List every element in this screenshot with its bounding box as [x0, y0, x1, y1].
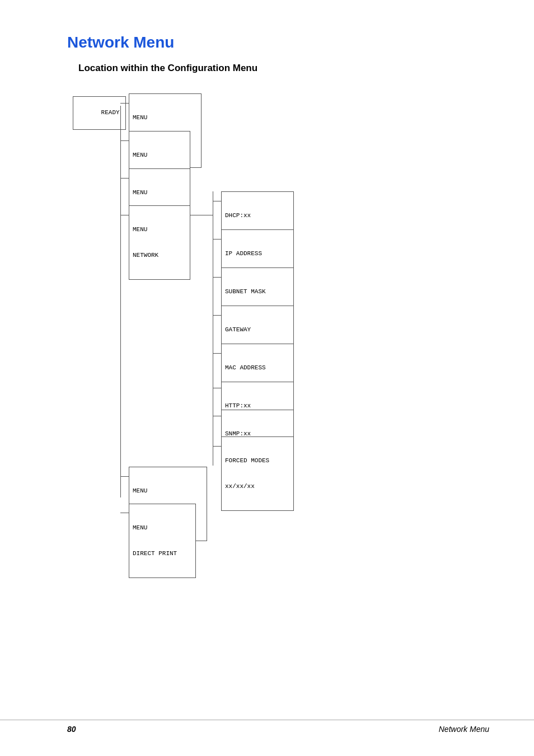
- footer-title: Network Menu: [439, 725, 489, 734]
- connector-language: [120, 140, 129, 141]
- connector-ip: [213, 239, 221, 240]
- page-title: Network Menu: [67, 34, 489, 51]
- connector-consumable: [120, 476, 129, 477]
- main-trunk-line: [120, 106, 121, 497]
- menu-network-box: MENU NETWORK: [129, 205, 190, 280]
- diagram-area: READY MENU SPECIAL PAGES MENU LANGUAGE M…: [73, 91, 489, 516]
- connector-network: [120, 215, 129, 215]
- connector-subnet: [213, 277, 221, 278]
- page: Network Menu Location within the Configu…: [0, 0, 534, 756]
- network-to-right: [190, 215, 213, 215]
- footer: 80 Network Menu: [0, 720, 534, 734]
- right-trunk: [213, 191, 213, 466]
- connector-snmp: [213, 416, 221, 416]
- connector-special: [120, 103, 129, 104]
- ready-box: READY: [73, 96, 126, 130]
- connector-mac: [213, 353, 221, 354]
- footer-page-number: 80: [67, 725, 76, 734]
- connector-direct: [120, 513, 129, 513]
- connector-engine: [120, 178, 129, 179]
- section-subtitle: Location within the Configuration Menu: [78, 63, 489, 74]
- forced-modes-box: FORCED MODES xx/xx/xx: [221, 436, 294, 511]
- connector-http: [213, 388, 221, 388]
- connector-forced: [213, 446, 221, 447]
- menu-direct-box: MENU DIRECT PRINT: [129, 504, 196, 578]
- connector-dhcp: [213, 201, 221, 201]
- connector-gateway: [213, 315, 221, 316]
